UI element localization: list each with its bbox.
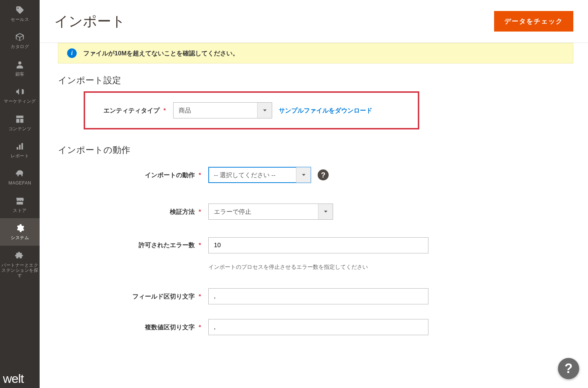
sidebar-item-content[interactable]: コンテンツ	[0, 109, 40, 136]
multi-value-separator-label: 複数値区切り文字	[145, 324, 195, 331]
field-separator-input[interactable]	[208, 288, 428, 304]
check-data-button[interactable]: データをチェック	[494, 11, 573, 32]
chevron-down-icon	[318, 204, 333, 219]
required-marker: *	[198, 172, 201, 179]
entity-type-label: エンティティタイプ	[103, 107, 160, 114]
sidebar-item-label: MAGEFAN	[8, 180, 31, 186]
main: インポート データをチェック i ファイルが10Mを超えてないことを確認してくだ…	[40, 0, 588, 388]
required-marker: *	[198, 208, 201, 215]
sidebar: セールス カタログ 顧客 マーケティング コンテンツ	[0, 0, 40, 388]
info-banner: i ファイルが10Mを超えてないことを確認してください。	[58, 43, 573, 63]
entity-type-select-value: 商品	[174, 103, 257, 118]
page-header: インポート データをチェック	[40, 0, 588, 43]
help-icon[interactable]: ?	[318, 169, 329, 180]
chevron-down-icon	[296, 167, 311, 183]
sidebar-item-marketing[interactable]: マーケティング	[0, 82, 40, 109]
info-banner-text: ファイルが10Mを超えてないことを確認してください。	[83, 49, 239, 58]
import-behavior-label: インポートの動作	[145, 172, 195, 179]
sidebar-item-stores[interactable]: ストア	[0, 191, 40, 218]
barchart-icon	[15, 142, 25, 152]
import-behavior-select-value: -- 選択してください --	[209, 167, 296, 183]
sidebar-item-label: ストア	[13, 208, 27, 213]
allowed-errors-label: 許可されたエラー数	[139, 242, 195, 249]
megaphone-icon	[15, 87, 25, 97]
import-behavior-select[interactable]: -- 選択してください --	[208, 167, 311, 183]
required-marker: *	[198, 242, 201, 249]
sidebar-item-label: システム	[11, 235, 29, 240]
layout-icon	[15, 114, 25, 125]
allowed-errors-input[interactable]	[208, 237, 428, 253]
sidebar-item-magefan[interactable]: MAGEFAN	[0, 164, 40, 191]
validation-select[interactable]: エラーで停止	[208, 204, 333, 220]
sidebar-item-sales[interactable]: セールス	[0, 0, 40, 27]
elephant-icon	[15, 169, 25, 179]
sidebar-item-catalog[interactable]: カタログ	[0, 27, 40, 54]
download-sample-link[interactable]: サンプルファイルをダウンロード	[279, 106, 372, 115]
page-title: インポート	[54, 12, 125, 31]
gear-icon	[15, 223, 25, 234]
sidebar-item-label: パートナーとエクステンションを探す	[1, 263, 38, 278]
store-icon	[15, 196, 25, 206]
validation-select-value: エラーで停止	[209, 204, 318, 219]
sidebar-item-label: 顧客	[15, 72, 25, 77]
required-marker: *	[198, 293, 201, 300]
person-icon	[15, 60, 25, 70]
puzzle-icon	[15, 251, 25, 261]
entity-type-select[interactable]: 商品	[173, 102, 272, 118]
info-icon: i	[67, 48, 77, 58]
chevron-down-icon	[257, 103, 272, 118]
sidebar-item-label: レポート	[11, 153, 29, 158]
sidebar-item-label: マーケティング	[4, 99, 36, 104]
sidebar-item-label: カタログ	[11, 44, 29, 49]
section-title-import-settings: インポート設定	[58, 74, 573, 86]
sidebar-item-label: セールス	[11, 17, 29, 22]
sidebar-item-system[interactable]: システム	[0, 218, 40, 245]
floating-help-button[interactable]: ?	[558, 358, 579, 379]
required-marker: *	[198, 324, 201, 331]
sidebar-item-partners[interactable]: パートナーとエクステンションを探す	[0, 246, 40, 283]
field-separator-label: フィールド区切り文字	[132, 293, 195, 300]
sidebar-item-reports[interactable]: レポート	[0, 136, 40, 164]
brand-logo: welt	[0, 369, 40, 388]
multi-value-separator-input[interactable]	[208, 319, 428, 335]
entity-type-highlight: エンティティタイプ * 商品 サンプルファイルをダウンロード	[84, 91, 419, 129]
tag-icon	[15, 5, 25, 15]
section-title-import-behavior: インポートの動作	[58, 144, 573, 156]
validation-label: 検証方法	[170, 208, 195, 215]
allowed-errors-help: インポートのプロセスを停止させるエラー数を指定してください	[208, 264, 368, 271]
required-marker: *	[163, 107, 166, 114]
sidebar-item-customers[interactable]: 顧客	[0, 55, 40, 82]
sidebar-item-label: コンテンツ	[8, 126, 32, 131]
box-icon	[15, 32, 25, 43]
